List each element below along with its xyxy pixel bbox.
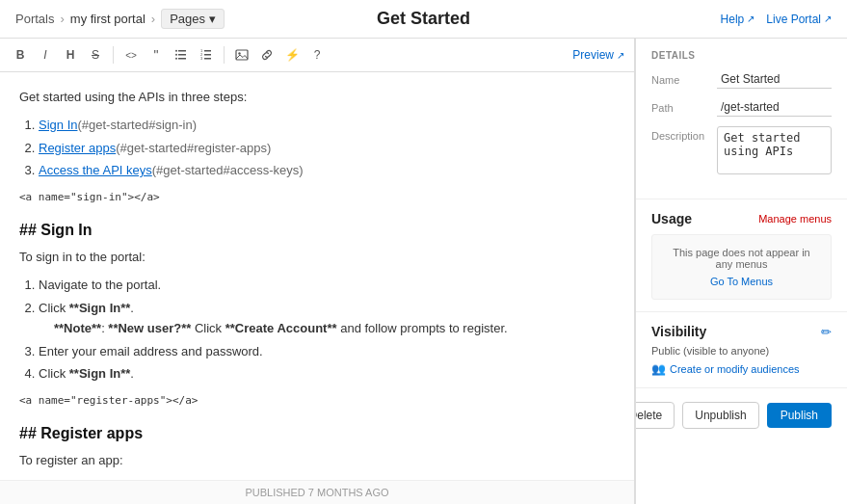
svg-point-13: [238, 52, 240, 54]
usage-header: Usage Manage menus: [651, 211, 832, 226]
breadcrumb-sep2: ›: [151, 12, 155, 26]
visibility-section: Visibility ✏ Public (visible to anyone) …: [636, 312, 847, 388]
unpublish-button[interactable]: Unpublish: [682, 402, 758, 429]
path-label: Path: [651, 98, 709, 114]
editor-toolbar: B I H S <> " 123 ⚡ ? Preview ↗: [0, 39, 634, 72]
editor-content[interactable]: Get started using the APIs in three step…: [0, 72, 634, 480]
visibility-header: Visibility ✏: [651, 324, 832, 339]
external-preview-icon: ↗: [617, 50, 624, 61]
visibility-title: Visibility: [651, 324, 706, 339]
image-button[interactable]: [231, 44, 252, 66]
details-section: DETAILS Name Path Description Get starte…: [636, 39, 847, 199]
desc-label: Description: [651, 126, 709, 142]
ol-button[interactable]: 123: [196, 44, 217, 66]
audience-label: Create or modify audiences: [670, 363, 800, 375]
action-section: Delete Unpublish Publish: [636, 388, 847, 442]
anchor1: <a name="sign-in"></a>: [19, 189, 615, 206]
svg-point-3: [175, 50, 177, 52]
intro-steps: Sign In(#get-started#sign-in) Register a…: [19, 116, 615, 181]
help-link[interactable]: Help ↗: [721, 13, 755, 26]
svg-text:3: 3: [200, 56, 203, 61]
step3-link[interactable]: Access the API keys: [39, 163, 152, 177]
usage-box: This page does not appear in any menus G…: [651, 234, 832, 300]
portal-name: my first portal: [70, 12, 146, 26]
step2-link[interactable]: Register apps: [39, 141, 116, 155]
svg-rect-1: [178, 54, 186, 56]
page-title: Get Started: [377, 9, 470, 28]
main-layout: B I H S <> " 123 ⚡ ? Preview ↗: [0, 39, 847, 504]
published-status: PUBLISHED 7 MONTHS AGO: [245, 487, 388, 498]
svg-rect-12: [236, 50, 248, 60]
heading-button[interactable]: H: [60, 44, 81, 66]
signin-intro: To sign in to the portal:: [19, 248, 615, 268]
ul-button[interactable]: [171, 44, 192, 66]
name-input[interactable]: [717, 70, 832, 89]
svg-rect-6: [204, 50, 211, 52]
usage-section: Usage Manage menus This page does not ap…: [636, 199, 847, 312]
name-field-row: Name: [651, 70, 832, 89]
toolbar-separator1: [113, 46, 114, 64]
desc-value[interactable]: Get started using APIs: [717, 126, 832, 177]
toolbar-separator2: [224, 46, 225, 64]
breadcrumb: Portals › my first portal › Pages ▾: [15, 9, 225, 29]
breadcrumb-sep1: ›: [60, 12, 64, 26]
editor-panel: B I H S <> " 123 ⚡ ? Preview ↗: [0, 39, 635, 504]
register-intro: To register an app:: [19, 451, 615, 471]
edit-icon[interactable]: ✏: [821, 325, 832, 339]
external-link-icon2: ↗: [824, 13, 832, 24]
external-link-icon: ↗: [747, 13, 754, 24]
anchor2: <a name="register-apps"></a>: [19, 392, 615, 410]
top-nav-right: Help ↗ Live Portal ↗: [721, 13, 832, 26]
path-value[interactable]: [717, 98, 832, 117]
top-nav: Portals › my first portal › Pages ▾ Get …: [0, 0, 847, 39]
name-label: Name: [651, 70, 709, 86]
usage-title: Usage: [651, 211, 692, 226]
svg-rect-0: [178, 50, 186, 52]
pages-label: Pages: [170, 12, 205, 26]
italic-button[interactable]: I: [35, 44, 56, 66]
publish-button[interactable]: Publish: [767, 403, 832, 428]
svg-rect-2: [178, 58, 186, 60]
no-menus-text: This page does not appear in any menus: [664, 247, 819, 270]
audience-link[interactable]: 👥 Create or modify audiences: [651, 362, 832, 376]
live-portal-link[interactable]: Live Portal ↗: [766, 13, 832, 26]
right-panel: DETAILS Name Path Description Get starte…: [635, 39, 847, 504]
bold-button[interactable]: B: [10, 44, 31, 66]
link-button[interactable]: [256, 44, 278, 66]
lightning-button[interactable]: ⚡: [281, 44, 303, 66]
manage-menus-link[interactable]: Manage menus: [758, 213, 832, 225]
svg-rect-8: [204, 58, 211, 60]
strikethrough-button[interactable]: S: [85, 44, 106, 66]
name-value[interactable]: [717, 70, 832, 89]
quote-button[interactable]: ": [146, 44, 167, 66]
signin-steps: Navigate to the portal. Click **Sign In*…: [19, 276, 615, 385]
register-heading: ## Register apps: [19, 421, 615, 446]
pages-dropdown[interactable]: Pages ▾: [161, 9, 225, 29]
portals-link[interactable]: Portals: [15, 12, 54, 26]
step1-link[interactable]: Sign In: [39, 118, 77, 132]
intro-text: Get started using the APIs in three step…: [19, 88, 615, 108]
visibility-subtitle: Public (visible to anyone): [651, 345, 832, 357]
svg-rect-7: [204, 54, 211, 56]
svg-point-4: [175, 54, 177, 56]
path-input[interactable]: [717, 98, 832, 117]
details-label: DETAILS: [651, 50, 832, 61]
svg-point-5: [175, 58, 177, 60]
chevron-down-icon: ▾: [209, 12, 216, 26]
desc-textarea[interactable]: Get started using APIs: [717, 126, 832, 174]
desc-field-row: Description Get started using APIs: [651, 126, 832, 177]
editor-footer: PUBLISHED 7 MONTHS AGO: [0, 480, 634, 504]
delete-button[interactable]: Delete: [635, 402, 675, 429]
help-toolbar-button[interactable]: ?: [306, 44, 328, 66]
preview-button[interactable]: Preview ↗: [572, 48, 624, 62]
code-button[interactable]: <>: [120, 44, 142, 66]
path-field-row: Path: [651, 98, 832, 117]
audience-icon: 👥: [651, 362, 666, 376]
goto-menus-link[interactable]: Go To Menus: [664, 276, 819, 287]
signin-heading: ## Sign In: [19, 218, 615, 243]
